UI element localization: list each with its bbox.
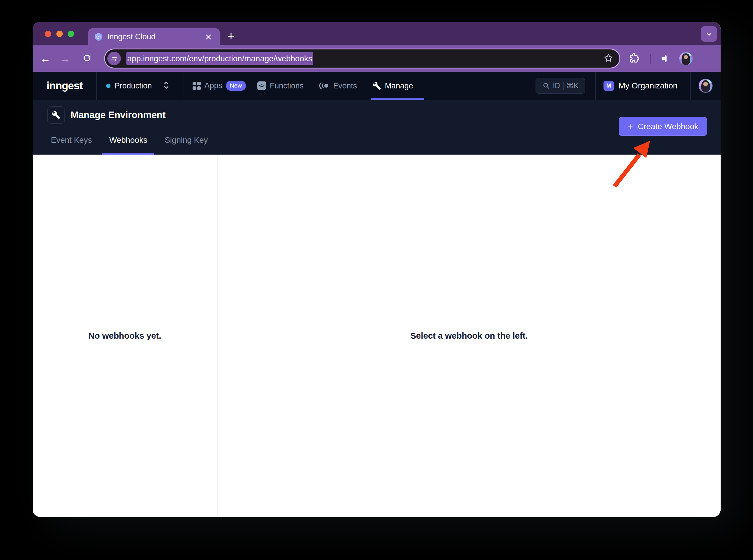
org-initial-badge: M: [603, 81, 614, 91]
search-separator: [563, 82, 564, 90]
tune-icon: [111, 55, 118, 62]
bookmark-star-icon[interactable]: [603, 53, 614, 64]
environment-status-dot: [106, 83, 111, 88]
nav-divider: [690, 72, 691, 100]
nav-item-functions[interactable]: <> Functions: [257, 81, 304, 90]
tab-search-chevron-button[interactable]: [701, 26, 717, 42]
new-tab-button[interactable]: +: [225, 31, 237, 43]
search-shortcut-box[interactable]: ID ⌘K: [536, 78, 585, 94]
nav-item-manage[interactable]: Manage: [372, 81, 413, 90]
environment-unfold-icon[interactable]: [162, 80, 170, 91]
tab-title: Inngest Cloud: [107, 32, 204, 41]
tab-event-keys[interactable]: Event Keys: [44, 136, 99, 155]
inngest-logo[interactable]: inngest: [46, 80, 83, 92]
site-settings-button[interactable]: [107, 52, 121, 65]
tab-close-icon[interactable]: [204, 32, 213, 42]
apps-grid-icon: [193, 82, 201, 90]
search-icon: [542, 82, 550, 89]
chevron-down-icon: [705, 30, 713, 38]
webhook-detail-empty-message: Select a webhook on the left.: [410, 331, 528, 341]
browser-tab[interactable]: Inngest Cloud: [88, 28, 220, 45]
webhook-list-panel: No webhooks yet.: [33, 155, 217, 517]
nav-item-apps[interactable]: Apps New: [193, 81, 246, 91]
org-selector[interactable]: My Organization: [619, 81, 677, 91]
back-button[interactable]: ←: [40, 52, 51, 65]
forward-button[interactable]: →: [60, 52, 71, 65]
url-selected-text: app.inngest.com/env/production/manage/we…: [127, 52, 313, 65]
environment-selector[interactable]: Production: [115, 81, 152, 90]
maximize-window-button[interactable]: [67, 31, 74, 37]
side-panel-button[interactable]: [665, 56, 667, 61]
reload-button[interactable]: [82, 53, 92, 64]
close-window-button[interactable]: [45, 31, 51, 37]
page-icon-box: [47, 106, 65, 124]
functions-code-icon: <>: [257, 81, 266, 90]
create-webhook-button[interactable]: + Create Webhook: [619, 117, 707, 136]
puzzle-icon: [629, 53, 639, 63]
events-signal-icon: [319, 81, 329, 90]
wrench-icon: [52, 111, 60, 119]
app-navbar: inngest Production Apps New <> Functions…: [33, 72, 721, 100]
browser-toolbar: ← → app.inngest.com/env/production/manag…: [33, 45, 721, 72]
inngest-favicon-icon: [95, 33, 103, 41]
side-panel-icon: [665, 55, 667, 62]
nav-item-events[interactable]: Events: [319, 81, 357, 90]
search-id-label: ID: [553, 81, 560, 90]
browser-window: Inngest Cloud + ← → app.inngest.com/env: [33, 22, 721, 517]
new-badge: New: [226, 81, 246, 91]
extensions-button[interactable]: [629, 53, 639, 64]
nav-divider: [181, 72, 181, 100]
browser-profile-avatar[interactable]: [679, 52, 693, 65]
browser-tab-strip: Inngest Cloud +: [33, 22, 721, 45]
page-title: Manage Environment: [71, 109, 166, 120]
url-input[interactable]: app.inngest.com/env/production/manage/we…: [127, 54, 313, 63]
webhook-detail-panel: Select a webhook on the left.: [217, 155, 721, 517]
nav-divider: [595, 72, 596, 100]
webhook-list-empty-message: No webhooks yet.: [89, 331, 161, 341]
toolbar-separator: [650, 54, 651, 64]
user-avatar[interactable]: [699, 79, 713, 93]
search-shortcut: ⌘K: [566, 81, 579, 90]
tab-signing-key[interactable]: Signing Key: [158, 136, 215, 155]
minimize-window-button[interactable]: [56, 31, 63, 37]
tab-webhooks[interactable]: Webhooks: [102, 136, 154, 155]
manage-environment-header: Manage Environment Event Keys Webhooks S…: [33, 100, 721, 155]
address-bar[interactable]: app.inngest.com/env/production/manage/we…: [105, 49, 619, 67]
nav-divider: [96, 72, 97, 100]
webhooks-content: No webhooks yet. Select a webhook on the…: [33, 155, 721, 517]
environment-tabs: Event Keys Webhooks Signing Key: [44, 136, 215, 155]
wrench-icon: [372, 81, 381, 90]
